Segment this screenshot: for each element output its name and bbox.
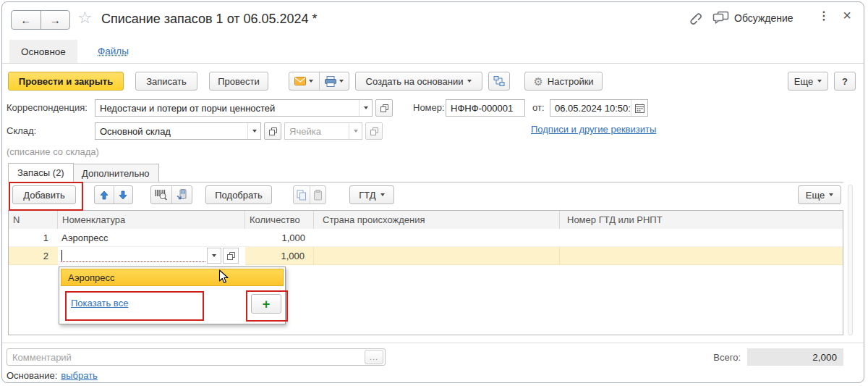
tab-files[interactable]: Файлы: [98, 46, 129, 56]
mouse-cursor: [218, 269, 229, 285]
barcode-search-button[interactable]: [151, 186, 172, 204]
plus-icon: +: [263, 298, 271, 311]
date-input[interactable]: 06.05.2024 10:50:21: [550, 99, 648, 117]
warehouse-label: Склад:: [7, 125, 36, 136]
send-mail-button[interactable]: [289, 72, 320, 90]
post-button[interactable]: Провести: [209, 72, 268, 91]
add-new-item-button[interactable]: +: [251, 294, 281, 314]
tab-main[interactable]: Основное: [9, 40, 77, 63]
table-more-button[interactable]: Еще: [798, 185, 841, 204]
post-and-close-button[interactable]: Провести и закрыть: [8, 72, 124, 91]
close-button[interactable]: ×: [839, 7, 855, 25]
cell-open-button[interactable]: [365, 122, 383, 140]
calendar-button[interactable]: [631, 100, 647, 116]
show-all-link[interactable]: Показать все: [71, 298, 128, 309]
dropdown-caret-icon[interactable]: [359, 100, 372, 116]
move-up-button[interactable]: [95, 186, 114, 204]
quantity-cell: 1,000: [245, 247, 314, 265]
cell-combobox[interactable]: Ячейка: [284, 122, 362, 140]
save-button[interactable]: Записать: [135, 72, 197, 91]
create-based-on-button[interactable]: Создать на основании: [355, 72, 482, 91]
back-button[interactable]: ←: [12, 11, 41, 29]
discussion-label: Обсуждение: [734, 12, 793, 24]
paste-icon: [313, 190, 323, 201]
nomenclature-cell: Аэропресс: [58, 229, 245, 247]
pick-button[interactable]: Подобрать: [205, 185, 272, 204]
warehouse-combobox[interactable]: Основной склад: [95, 122, 261, 140]
comment-input[interactable]: Комментарий ...: [7, 348, 386, 366]
dropdown-caret-icon: [829, 193, 833, 196]
related-documents-button[interactable]: [488, 72, 510, 91]
discussion-icon: [712, 11, 729, 25]
tab-additional[interactable]: Дополнительно: [72, 164, 159, 182]
column-header-nomenclature[interactable]: Номенклатура: [58, 211, 245, 229]
dropdown-item-aeropress[interactable]: Аэропресс: [61, 269, 284, 286]
paste-rows-button[interactable]: [310, 186, 326, 204]
calendar-icon: [635, 104, 644, 113]
country-cell: [314, 229, 560, 247]
forward-button[interactable]: →: [41, 11, 70, 29]
discussion-button[interactable]: Обсуждение: [712, 9, 793, 27]
signatures-link[interactable]: Подписи и другие реквизиты: [531, 124, 656, 135]
gtd-cell: [560, 229, 843, 247]
data-terminal-button[interactable]: [172, 186, 192, 204]
tab-stock[interactable]: Запасы (2): [8, 163, 74, 182]
text-caret: [61, 250, 62, 261]
print-icon: [325, 76, 336, 87]
dropdown-caret-icon[interactable]: [247, 123, 260, 139]
header-divider: [2, 63, 864, 64]
link-icon: [686, 9, 702, 25]
table-scrollbar[interactable]: [848, 185, 853, 335]
comment-more-button[interactable]: ...: [365, 350, 383, 364]
window-menu-button[interactable]: ⋮: [817, 9, 831, 26]
mail-print-group: [289, 72, 349, 91]
copy-link-button[interactable]: [686, 9, 704, 27]
help-icon: ?: [842, 76, 848, 87]
column-header-quantity[interactable]: Количество: [245, 211, 314, 229]
gtd-button[interactable]: ГТД: [349, 185, 394, 204]
nomenclature-dropdown: Аэропресс Показать все +: [59, 267, 286, 324]
gear-icon: ⚙: [533, 76, 542, 87]
back-icon: ←: [20, 14, 31, 26]
row-number-cell: 2: [9, 247, 58, 265]
ellipsis-icon: ...: [370, 353, 378, 361]
cell-dropdown-button[interactable]: [207, 248, 221, 264]
barcode-icon: [155, 189, 167, 201]
nomenclature-editor[interactable]: [58, 247, 245, 265]
open-icon: [269, 127, 277, 135]
gtd-cell: [560, 247, 843, 265]
dropdown-caret-icon: [817, 80, 822, 83]
total-value: 2,000: [747, 348, 843, 366]
open-icon: [227, 252, 235, 260]
dropdown-caret-icon[interactable]: [349, 123, 362, 139]
favorite-star-icon[interactable]: ☆: [77, 8, 93, 28]
table-row[interactable]: 1 Аэропресс 1,000: [9, 229, 843, 247]
basis-link[interactable]: выбрать: [61, 370, 98, 381]
nav-history-group: ← →: [11, 10, 70, 30]
open-icon: [370, 127, 378, 135]
add-button[interactable]: Добавить: [12, 185, 76, 204]
more-button[interactable]: Еще: [788, 72, 828, 91]
correspondence-open-button[interactable]: [375, 99, 393, 117]
warehouse-open-button[interactable]: [264, 122, 281, 140]
basis-label: Основание:: [7, 370, 57, 381]
move-group: [94, 185, 133, 204]
dropdown-caret-icon: [339, 80, 344, 83]
row-number-cell: 1: [9, 229, 58, 247]
copy-rows-button[interactable]: [294, 186, 310, 204]
basis-row: Основание: выбрать: [7, 370, 98, 381]
number-label: Номер:: [413, 102, 445, 113]
column-header-country[interactable]: Страна происхождения: [314, 211, 560, 229]
print-button[interactable]: [320, 72, 349, 90]
column-header-gtd[interactable]: Номер ГТД или РНПТ: [560, 211, 843, 229]
table-row-selected[interactable]: 2 1,000: [9, 247, 843, 265]
correspondence-combobox[interactable]: Недостачи и потери от порчи ценностей: [95, 99, 373, 117]
move-down-button[interactable]: [114, 186, 133, 204]
cell-open-button[interactable]: [223, 248, 239, 264]
forward-icon: →: [50, 14, 61, 26]
number-input[interactable]: НФНФ-000001: [446, 99, 525, 117]
column-header-n[interactable]: N: [9, 211, 58, 229]
comment-placeholder: Комментарий: [7, 352, 365, 363]
help-button[interactable]: ?: [834, 72, 856, 91]
settings-button[interactable]: ⚙ Настройки: [524, 72, 603, 91]
